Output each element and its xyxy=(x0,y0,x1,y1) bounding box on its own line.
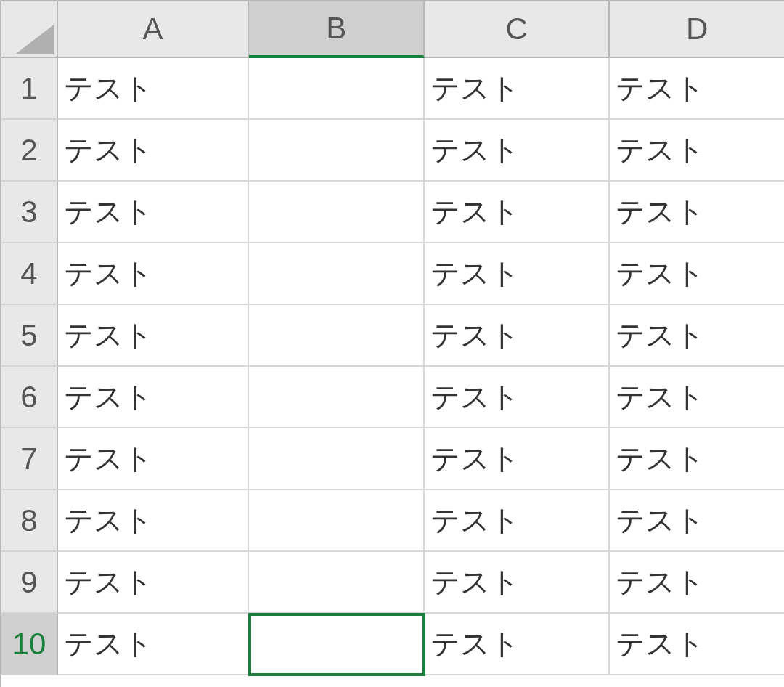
row-header-5[interactable]: 5 xyxy=(1,305,58,367)
select-all-corner[interactable] xyxy=(1,1,58,58)
table-row: 7 テスト テスト テスト xyxy=(1,428,784,490)
cell-b4[interactable] xyxy=(249,243,425,305)
row-header-9[interactable]: 9 xyxy=(1,552,58,614)
cell-c6[interactable]: テスト xyxy=(425,367,611,428)
row-header-1[interactable]: 1 xyxy=(1,58,58,120)
cell-b7[interactable] xyxy=(249,428,425,490)
cell-d4[interactable]: テスト xyxy=(610,243,784,305)
cell-a8[interactable]: テスト xyxy=(58,490,250,552)
cell-d9[interactable]: テスト xyxy=(610,552,784,614)
cell-d3[interactable]: テスト xyxy=(610,182,784,243)
column-header-d[interactable]: D xyxy=(610,1,784,58)
select-all-triangle-icon xyxy=(16,25,54,54)
spreadsheet: A B C D 1 テスト テスト テスト 2 テスト テスト テスト 3 テス… xyxy=(0,0,784,687)
cell-b2[interactable] xyxy=(249,120,425,182)
table-row: 9 テスト テスト テスト xyxy=(1,552,784,614)
cell-a10[interactable]: テスト xyxy=(58,614,250,675)
cell-a6[interactable]: テスト xyxy=(58,367,250,428)
cell-b8[interactable] xyxy=(249,490,425,552)
row-header-2[interactable]: 2 xyxy=(1,120,58,182)
cell-c10[interactable]: テスト xyxy=(425,614,611,675)
table-row: 2 テスト テスト テスト xyxy=(1,120,784,182)
row-header-8[interactable]: 8 xyxy=(1,490,58,552)
cell-a5[interactable]: テスト xyxy=(58,305,250,367)
cell-c1[interactable]: テスト xyxy=(425,58,611,120)
cell-d10[interactable]: テスト xyxy=(610,614,784,675)
cell-d6[interactable]: テスト xyxy=(610,367,784,428)
cell-b5[interactable] xyxy=(249,305,425,367)
column-header-c[interactable]: C xyxy=(425,1,611,58)
table-row: 6 テスト テスト テスト xyxy=(1,367,784,428)
cell-c3[interactable]: テスト xyxy=(425,182,611,243)
row-header-6[interactable]: 6 xyxy=(1,367,58,428)
cell-a4[interactable]: テスト xyxy=(58,243,250,305)
row-header-10[interactable]: 10 xyxy=(1,614,58,675)
cell-c5[interactable]: テスト xyxy=(425,305,611,367)
cell-d7[interactable]: テスト xyxy=(610,428,784,490)
cell-b9[interactable] xyxy=(249,552,425,614)
cell-a1[interactable]: テスト xyxy=(58,58,250,120)
column-header-a[interactable]: A xyxy=(58,1,250,58)
cell-a2[interactable]: テスト xyxy=(58,120,250,182)
cell-a3[interactable]: テスト xyxy=(58,182,250,243)
cell-b1[interactable] xyxy=(249,58,425,120)
cell-c7[interactable]: テスト xyxy=(425,428,611,490)
cell-c8[interactable]: テスト xyxy=(425,490,611,552)
table-row: 3 テスト テスト テスト xyxy=(1,182,784,243)
row-header-4[interactable]: 4 xyxy=(1,243,58,305)
cell-b3[interactable] xyxy=(249,182,425,243)
row-header-3[interactable]: 3 xyxy=(1,182,58,243)
table-row: 1 テスト テスト テスト xyxy=(1,58,784,120)
cell-d8[interactable]: テスト xyxy=(610,490,784,552)
table-row: 8 テスト テスト テスト xyxy=(1,490,784,552)
column-header-row: A B C D xyxy=(1,1,784,58)
table-row: 5 テスト テスト テスト xyxy=(1,305,784,367)
row-header-7[interactable]: 7 xyxy=(1,428,58,490)
cell-c4[interactable]: テスト xyxy=(425,243,611,305)
cell-d5[interactable]: テスト xyxy=(610,305,784,367)
cell-d1[interactable]: テスト xyxy=(610,58,784,120)
cell-d2[interactable]: テスト xyxy=(610,120,784,182)
table-row: 4 テスト テスト テスト xyxy=(1,243,784,305)
cell-b6[interactable] xyxy=(249,367,425,428)
cell-c9[interactable]: テスト xyxy=(425,552,611,614)
cell-b10[interactable] xyxy=(249,614,425,675)
table-row: 10 テスト テスト テスト xyxy=(1,614,784,675)
cell-a9[interactable]: テスト xyxy=(58,552,250,614)
cell-a7[interactable]: テスト xyxy=(58,428,250,490)
cell-c2[interactable]: テスト xyxy=(425,120,611,182)
column-header-b[interactable]: B xyxy=(249,1,425,58)
